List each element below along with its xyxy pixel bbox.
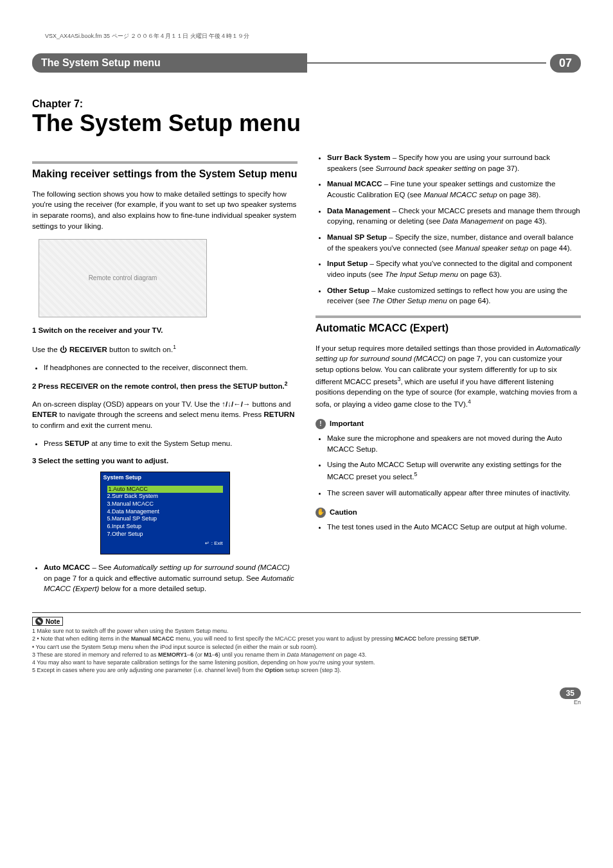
osd-item-2: 2.Surr Back System bbox=[107, 493, 159, 499]
right-column: Surr Back System – Specify how you are u… bbox=[315, 152, 581, 599]
osd-item-5: 5.Manual SP Setup bbox=[107, 515, 157, 522]
step1-text-c: button to switch on. bbox=[107, 346, 173, 353]
power-icon: ⏻ bbox=[60, 346, 67, 353]
important-bullet-1: Make sure the microphone and speakers ar… bbox=[327, 433, 581, 454]
caution-icon: ✋ bbox=[315, 508, 326, 518]
manual-mcacc-label: Manual MCACC bbox=[327, 180, 382, 188]
footnote-ref-1: 1 bbox=[173, 344, 176, 350]
n3k: on page 43. bbox=[334, 651, 366, 658]
n3b: MEMORY1 bbox=[158, 651, 187, 658]
page-language: En bbox=[32, 699, 581, 705]
footnote-ref-4: 4 bbox=[468, 398, 471, 405]
footnote-4: 4 You may also want to have separate cal… bbox=[32, 659, 581, 666]
n3e: (or bbox=[193, 651, 204, 658]
step2-text: 2 Press RECEIVER on the remote control, … bbox=[32, 382, 285, 390]
input-setup-bullet: Input Setup – Specify what you've connec… bbox=[327, 258, 581, 279]
footnote-ref-5: 5 bbox=[414, 471, 418, 477]
n2g: . bbox=[479, 635, 481, 642]
step2-bullet-b: at any time to exit the System Setup men… bbox=[89, 439, 232, 447]
notes-rule bbox=[32, 612, 581, 614]
surr-c: Surround back speaker setting bbox=[375, 164, 475, 172]
man-d: on page 38). bbox=[497, 191, 541, 199]
footnote-1: 1 Make sure not to switch off the power … bbox=[32, 627, 581, 635]
step2-b: buttons and bbox=[250, 400, 290, 408]
osd-item-1: 1.Auto MCACC bbox=[107, 486, 223, 493]
return-label: RETURN bbox=[264, 411, 295, 418]
osd-item-6: 6.Input Setup bbox=[107, 523, 142, 529]
osd-item-4: 4.Data Management bbox=[107, 508, 160, 515]
important-bullet-2: Using the Auto MCACC Setup will overwrit… bbox=[327, 459, 581, 482]
section-heading-auto-mcacc-expert: Automatic MCACC (Expert) bbox=[315, 315, 581, 335]
osd-item-7: 7.Other Setup bbox=[107, 531, 143, 537]
title-bar-chapter-number: 07 bbox=[550, 54, 581, 73]
footnote-2-line2: • You can't use the System Setup menu wh… bbox=[32, 643, 581, 651]
chapter-title: The System Setup menu bbox=[32, 110, 581, 137]
auto-mcacc-bullet: Auto MCACC – See Automatically setting u… bbox=[44, 562, 298, 594]
auto-mcacc-f: below for a more detailed setup. bbox=[99, 585, 206, 592]
surr-back-label: Surr Back System bbox=[327, 154, 390, 161]
osd-title: System Setup bbox=[101, 472, 229, 483]
important-label: Important bbox=[330, 418, 364, 429]
step2-bullet: Press SETUP at any time to exit the Syst… bbox=[44, 438, 298, 449]
left-column: Making receiver settings from the System… bbox=[32, 152, 298, 599]
osd-exit-hint: ↵ : Exit bbox=[107, 538, 223, 547]
data-d: on page 43). bbox=[503, 217, 547, 225]
footnote-3: 3 These are stored in memory and referre… bbox=[32, 651, 581, 659]
msp-d: on page 44). bbox=[528, 244, 572, 252]
other-setup-label: Other Setup bbox=[327, 287, 369, 294]
msp-c: Manual speaker setup bbox=[456, 244, 528, 252]
data-c: Data Management bbox=[443, 217, 504, 225]
book-header-line: VSX_AX4ASi.book.fm 35 ページ ２００６年４月１１日 火曜日… bbox=[45, 32, 581, 40]
important-heading: ! Important bbox=[315, 418, 581, 429]
enter-label: ENTER bbox=[32, 411, 57, 418]
n2c: menu, you will need to first specify the… bbox=[174, 635, 395, 642]
step2-d: to confirm and exit the current menu. bbox=[32, 421, 152, 429]
title-bar: The System Setup menu 07 bbox=[32, 53, 581, 73]
caution-label: Caution bbox=[330, 507, 357, 518]
s2-a: If your setup requires more detailed set… bbox=[315, 344, 536, 352]
n2f: SETUP bbox=[459, 635, 479, 642]
note-label-text: Note bbox=[46, 618, 60, 625]
step2-c: to navigate through the screens and sele… bbox=[57, 411, 264, 418]
imp-b2-text: Using the Auto MCACC Setup will overwrit… bbox=[327, 461, 562, 481]
inp-d: on page 63). bbox=[458, 270, 502, 278]
man-c: Manual MCACC setup bbox=[423, 191, 497, 199]
title-bar-section: The System Setup menu bbox=[32, 53, 307, 73]
intro-paragraph: The following section shows you how to m… bbox=[32, 189, 298, 232]
step-2-paragraph: An on-screen display (OSD) appears on yo… bbox=[32, 399, 298, 431]
step-1-heading: 1 Switch on the receiver and your TV. bbox=[32, 325, 298, 336]
n5b: Option bbox=[265, 667, 283, 673]
auto-mcacc-b: – See bbox=[90, 563, 113, 571]
oth-d: on page 64). bbox=[447, 297, 491, 305]
osd-screenshot: System Setup 1.Auto MCACC 2.Surr Back Sy… bbox=[100, 472, 230, 554]
inp-c: The Input Setup menu bbox=[385, 270, 458, 278]
n3f: M1 bbox=[204, 651, 212, 658]
step-3-heading: 3 Select the setting you want to adjust. bbox=[32, 456, 298, 466]
oth-c: The Other Setup menu bbox=[372, 297, 447, 305]
important-bullet-3: The screen saver will automatically appe… bbox=[327, 488, 581, 499]
section-heading-receiver-settings: Making receiver settings from the System… bbox=[32, 161, 298, 181]
osd-item-3: 3.Manual MCACC bbox=[107, 500, 154, 507]
n2a: 2 • Note that when editing items in the bbox=[32, 635, 131, 642]
n2b: Manual MCACC bbox=[131, 635, 174, 642]
other-setup-bullet: Other Setup – Make customized settings t… bbox=[327, 285, 581, 306]
step2-a: An on-screen display (OSD) appears on yo… bbox=[32, 400, 222, 408]
surr-d: on page 37). bbox=[475, 164, 519, 172]
manual-mcacc-bullet: Manual MCACC – Fine tune your speaker se… bbox=[327, 179, 581, 200]
n2d: MCACC bbox=[395, 635, 416, 642]
auto-mcacc-label: Auto MCACC bbox=[44, 563, 90, 571]
page-number: 35 bbox=[560, 687, 581, 699]
step1-bullet: If headphones are connected to the recei… bbox=[44, 362, 298, 373]
footnote-ref-2: 2 bbox=[285, 380, 288, 387]
footnote-2-line1: 2 • Note that when editing items in the … bbox=[32, 635, 581, 642]
auto-mcacc-expert-paragraph: If your setup requires more detailed set… bbox=[315, 343, 581, 410]
manual-sp-label: Manual SP Setup bbox=[327, 233, 387, 241]
note-icon: ✎ bbox=[35, 617, 43, 625]
n3i: ) until you rename them in bbox=[218, 651, 287, 658]
n2e: before pressing bbox=[416, 635, 459, 642]
chapter-label: Chapter 7: bbox=[32, 98, 581, 110]
footnote-5: 5 Except in cases where you are only adj… bbox=[32, 666, 581, 674]
step-2-heading: 2 Press RECEIVER on the remote control, … bbox=[32, 380, 298, 392]
input-setup-label: Input Setup bbox=[327, 260, 368, 267]
footnotes: 1 Make sure not to switch off the power … bbox=[32, 627, 581, 674]
